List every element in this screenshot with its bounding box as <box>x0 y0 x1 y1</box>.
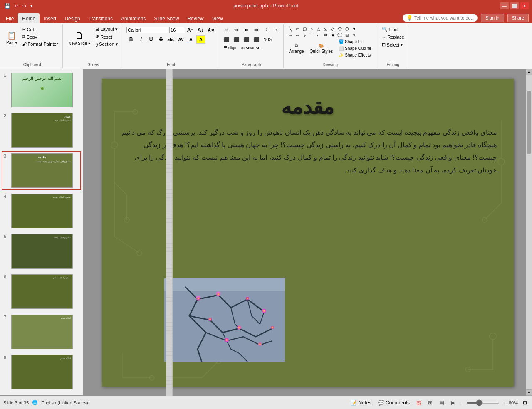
shadow-button[interactable]: abc <box>166 35 176 44</box>
redo-button[interactable]: ↪ <box>21 3 27 9</box>
quick-styles-button[interactable]: 🎨 Quick Styles <box>308 42 335 55</box>
font-color-button[interactable]: A <box>186 35 195 44</box>
shape-curve[interactable]: ⌒ <box>308 32 315 38</box>
shape-effects-button[interactable]: ✨ Shape Effects <box>337 52 373 58</box>
align-center-button[interactable]: ⬛ <box>232 35 241 44</box>
select-button[interactable]: ⊡ Select ▾ <box>380 41 406 48</box>
scroll-track[interactable] <box>526 75 532 389</box>
slide-thumbnail-1[interactable]: 1 بسم الله الرحمن الرحیم 🌿 <box>2 71 81 109</box>
line-spacing-button[interactable]: ↕ <box>272 26 281 34</box>
normal-view-button[interactable]: ▨ <box>415 399 423 407</box>
undo-button[interactable]: ↩ <box>13 3 20 9</box>
slide-thumb-2[interactable]: عنوان محتوای اسلاید دوم <box>11 113 73 148</box>
slide-thumbnail-8[interactable]: 8 اسلاید هشتم <box>2 353 81 392</box>
tab-animations[interactable]: Animations <box>117 13 150 23</box>
font-increase-button[interactable]: A↑ <box>186 26 195 34</box>
slide-thumb-7[interactable]: اسلاید هفتم <box>11 315 73 349</box>
reading-view-button[interactable]: ▤ <box>438 399 446 407</box>
clear-formatting-button[interactable]: A✕ <box>206 26 215 34</box>
align-left-button[interactable]: ⬛ <box>222 35 231 44</box>
slide-canvas[interactable]: مقدمه معنای واقعی زندگی مفهوم پیچیده ایس… <box>102 79 514 387</box>
bullets-button[interactable]: ≡ <box>222 26 231 34</box>
slide-body-text[interactable]: معنای واقعی زندگی مفهوم پیچیده ایست که م… <box>119 126 497 177</box>
tab-transitions[interactable]: Transitions <box>84 13 117 23</box>
scroll-up-arrow[interactable]: ▲ <box>526 69 532 75</box>
shape-star[interactable]: ★ <box>329 32 336 38</box>
shape-callout[interactable]: 💬 <box>337 32 343 38</box>
shape-arrow[interactable]: → <box>287 32 294 38</box>
reset-button[interactable]: ↺ Reset <box>93 33 120 40</box>
italic-button[interactable]: I <box>136 35 146 44</box>
shape-edit[interactable]: ✎ <box>351 32 357 38</box>
font-highlight-button[interactable]: A <box>196 35 205 44</box>
arrange-button[interactable]: ⧉ Arrange <box>287 42 306 55</box>
tab-design[interactable]: Design <box>60 13 84 23</box>
shape-right-triangle[interactable]: ◺ <box>322 26 329 32</box>
shape-line[interactable]: ╲ <box>287 26 294 32</box>
shape-fill-button[interactable]: 🪣 Shape Fill <box>337 39 373 45</box>
share-button[interactable]: Share <box>507 14 529 22</box>
cut-button[interactable]: ✂ Cut <box>20 26 60 33</box>
slide-thumb-8[interactable]: اسلاید هشتم <box>11 355 73 389</box>
slide-thumbnail-6[interactable]: 6 محتوای اسلاید ششم <box>2 272 81 311</box>
tab-review[interactable]: Review <box>183 13 208 23</box>
slide-thumb-4[interactable]: محتوای اسلاید چهارم <box>11 194 73 228</box>
tab-home[interactable]: Home <box>18 13 40 23</box>
slide-thumbnail-3[interactable]: 3 مقدمه معنای واقعی زندگی مفهوم پیچیده ا… <box>2 151 81 190</box>
notes-button[interactable]: 📝 Notes <box>349 399 373 407</box>
numbering-button[interactable]: 1≡ <box>232 26 241 34</box>
paste-button[interactable]: 📋 Paste <box>4 26 19 51</box>
bold-button[interactable]: B <box>126 35 136 44</box>
strikethrough-button[interactable]: S <box>156 35 166 44</box>
shape-connector[interactable]: ⌐ <box>315 32 322 38</box>
tell-me-input[interactable] <box>414 15 474 20</box>
find-button[interactable]: 🔍 Find <box>380 26 400 33</box>
shape-rect[interactable]: ▭ <box>294 26 301 32</box>
tab-insert[interactable]: Insert <box>40 13 60 23</box>
scroll-down-arrow[interactable]: ▼ <box>526 389 532 396</box>
shape-more[interactable]: ▾ <box>351 26 357 32</box>
slide-thumb-6[interactable]: محتوای اسلاید ششم <box>11 274 73 309</box>
columns-button[interactable]: ⫶ <box>262 26 271 34</box>
zoom-slider[interactable] <box>466 402 500 404</box>
align-text-button[interactable]: ☰ Align <box>222 45 238 51</box>
shape-pentagon[interactable]: ⬠ <box>337 26 343 32</box>
shape-freeform[interactable]: ✏ <box>322 32 329 38</box>
maximize-button[interactable]: ⬜ <box>510 2 519 9</box>
canvas-vertical-scrollbar[interactable]: ▲ ▼ <box>526 69 532 396</box>
shape-double-arrow[interactable]: ↔ <box>294 32 301 38</box>
text-direction-button[interactable]: ⇅ Dir <box>262 35 275 44</box>
increase-indent-button[interactable]: ⇒ <box>252 26 261 34</box>
justify-button[interactable]: ⬛ <box>252 35 261 44</box>
slide-thumbnail-5[interactable]: 5 محتوای اسلاید پنجم <box>2 232 81 271</box>
shape-bent-arrow[interactable]: ↳ <box>301 32 308 38</box>
fit-slide-button[interactable]: ⊡ <box>521 399 529 407</box>
save-button[interactable]: 💾 <box>3 3 12 9</box>
slide-sorter-button[interactable]: ⊞ <box>426 399 434 407</box>
shape-misc[interactable]: ⊞ <box>344 32 350 38</box>
shape-round-rect[interactable]: ▢ <box>301 26 308 32</box>
slide-title[interactable]: مقدمه <box>281 95 334 118</box>
slide-thumb-3[interactable]: مقدمه معنای واقعی زندگی مفهوم پیچیده ایس… <box>11 153 73 188</box>
signin-button[interactable]: Sign in <box>481 14 504 22</box>
tab-slideshow[interactable]: Slide Show <box>150 13 183 23</box>
slide-thumbnail-4[interactable]: 4 محتوای اسلاید چهارم <box>2 192 81 230</box>
slide-thumb-1[interactable]: بسم الله الرحمن الرحیم 🌿 <box>11 73 73 107</box>
font-name-input[interactable] <box>126 27 168 33</box>
align-right-button[interactable]: ⬛ <box>242 35 251 44</box>
copy-button[interactable]: ⧉ Copy <box>20 33 60 40</box>
new-slide-button[interactable]: 🗋 New Slide ▾ <box>66 26 92 51</box>
font-size-input[interactable] <box>169 27 184 33</box>
close-button[interactable]: ✕ <box>520 2 529 9</box>
slide-thumb-5[interactable]: محتوای اسلاید پنجم <box>11 234 73 269</box>
tab-file[interactable]: File <box>2 13 18 23</box>
tell-me-box[interactable]: 💡 <box>403 14 478 22</box>
decrease-indent-button[interactable]: ⇐ <box>242 26 251 34</box>
format-painter-button[interactable]: 🖌 Format Painter <box>20 41 60 47</box>
char-spacing-button[interactable]: AV <box>176 35 186 44</box>
replace-button[interactable]: ↔ Replace <box>380 34 406 40</box>
slide-image[interactable] <box>164 278 285 362</box>
shape-oval[interactable]: ○ <box>308 26 315 32</box>
slide-thumbnail-2[interactable]: 2 عنوان محتوای اسلاید دوم <box>2 111 81 150</box>
customize-qa-button[interactable]: ▾ <box>29 3 34 9</box>
